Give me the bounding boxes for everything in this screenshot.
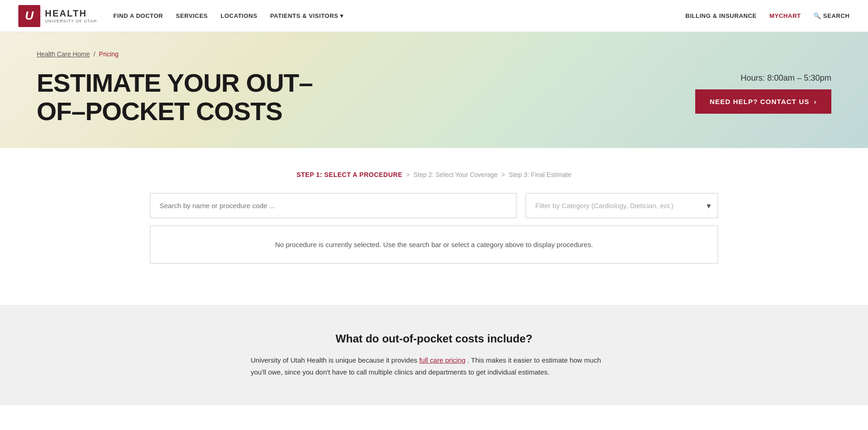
logo-health: HEALTH [45, 8, 97, 19]
nav-locations[interactable]: LOCATIONS [220, 12, 257, 19]
filter-select-wrap: Filter by Category (Cardiology, Dieticia… [526, 193, 718, 218]
logo-sub: UNIVERSITY OF UTAH [45, 19, 97, 23]
step2-label: Step 2: Select Your Coverage [413, 171, 498, 178]
step-sep1: > [406, 171, 410, 178]
logo-icon: U [18, 5, 40, 27]
hero-content: ESTIMATE YOUR OUT–OF–POCKET COSTS Hours:… [37, 69, 831, 125]
nav-find-doctor[interactable]: FIND A DOCTOR [113, 12, 163, 19]
info-title: What do out-of-pocket costs include? [37, 332, 831, 345]
steps-indicator: STEP 1: SELECT A PROCEDURE > Step 2: Sel… [150, 171, 718, 178]
breadcrumb-separator: / [93, 50, 95, 58]
full-care-pricing-link[interactable]: full care pricing [419, 356, 466, 364]
step3-label: Step 3: Final Estimate [509, 171, 571, 178]
contact-button-label: NEED HELP? CONTACT US [710, 98, 809, 105]
info-text-before: University of Utah Health is unique beca… [251, 356, 419, 364]
contact-button[interactable]: NEED HELP? CONTACT US › [695, 89, 831, 114]
breadcrumb-current: Pricing [99, 50, 119, 58]
no-result-box: No procedure is currently selected. Use … [150, 226, 718, 264]
hero-section: Health Care Home / Pricing ESTIMATE YOUR… [0, 32, 868, 148]
nav-services[interactable]: SERVICES [176, 12, 208, 19]
step1-label: STEP 1: SELECT A PROCEDURE [297, 171, 402, 178]
contact-arrow-icon: › [814, 98, 817, 105]
no-result-text: No procedure is currently selected. Use … [275, 241, 593, 248]
search-input-wrap [150, 193, 516, 218]
nav-search[interactable]: 🔍 SEARCH [813, 12, 850, 19]
nav-billing[interactable]: BILLING & INSURANCE [686, 12, 757, 19]
breadcrumb: Health Care Home / Pricing [37, 50, 831, 58]
category-filter[interactable]: Filter by Category (Cardiology, Dieticia… [526, 193, 718, 218]
nav-left: U HEALTH UNIVERSITY OF UTAH FIND A DOCTO… [18, 5, 344, 27]
breadcrumb-home[interactable]: Health Care Home [37, 50, 90, 58]
search-input[interactable] [150, 193, 516, 218]
hero-right: Hours: 8:00am – 5:30pm NEED HELP? CONTAC… [695, 73, 831, 114]
logo[interactable]: U HEALTH UNIVERSITY OF UTAH [18, 5, 97, 27]
nav-mychart[interactable]: MYCHART [769, 12, 801, 19]
nav-right: BILLING & INSURANCE MYCHART 🔍 SEARCH [686, 12, 850, 19]
info-section: What do out-of-pocket costs include? Uni… [0, 305, 868, 405]
nav-patients-visitors[interactable]: PATIENTS & VISITORS ▾ [270, 12, 344, 19]
nav-links: FIND A DOCTOR SERVICES LOCATIONS PATIENT… [113, 12, 344, 19]
step-sep2: > [501, 171, 505, 178]
main-content: STEP 1: SELECT A PROCEDURE > Step 2: Sel… [113, 148, 755, 305]
search-row: Filter by Category (Cardiology, Dieticia… [150, 193, 718, 218]
logo-text: HEALTH UNIVERSITY OF UTAH [45, 8, 97, 23]
hero-title: ESTIMATE YOUR OUT–OF–POCKET COSTS [37, 69, 357, 125]
hero-hours: Hours: 8:00am – 5:30pm [695, 73, 831, 83]
navbar: U HEALTH UNIVERSITY OF UTAH FIND A DOCTO… [0, 0, 868, 32]
info-text: University of Utah Health is unique beca… [251, 354, 617, 378]
